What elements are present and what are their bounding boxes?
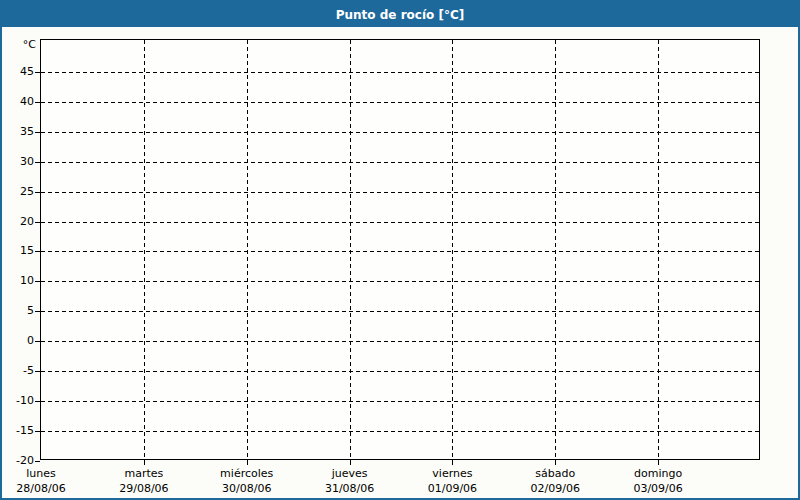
h-gridline [41, 132, 761, 133]
h-gridline [41, 401, 761, 402]
chart-title-bar: Punto de rocío [°C] [2, 2, 798, 27]
y-axis-tick-label: 40 [0, 96, 34, 108]
h-gridline [41, 251, 761, 252]
x-axis-date-label: 31/08/06 [325, 482, 374, 495]
h-gridline [41, 311, 761, 312]
y-tick-mark [35, 281, 40, 282]
x-tick-mark [658, 461, 659, 465]
y-axis-tick-label: -15 [0, 425, 34, 437]
y-axis-tick-label: 45 [0, 66, 34, 78]
chart-window: Punto de rocío [°C] °C 45403530252015105… [0, 0, 800, 500]
x-axis-date-label: 30/08/06 [222, 482, 271, 495]
x-axis-date-label: 01/09/06 [428, 482, 477, 495]
x-axis-date-label: 28/08/06 [16, 482, 65, 495]
y-axis-tick-label: -5 [0, 365, 34, 377]
h-gridline [41, 162, 761, 163]
y-tick-mark [35, 461, 40, 462]
x-tick-mark [247, 461, 248, 465]
y-tick-mark [35, 401, 40, 402]
y-axis-tick-label: 0 [0, 335, 34, 347]
x-axis-day-label: domingo [634, 467, 682, 480]
y-tick-mark [35, 192, 40, 193]
v-gridline [452, 40, 453, 461]
y-axis-tick-label: 30 [0, 156, 34, 168]
y-axis-tick-label: 10 [0, 275, 34, 287]
v-gridline [247, 40, 248, 461]
plot-area: 454035302520151050-5-10-15-20lunes28/08/… [40, 39, 760, 460]
x-tick-mark [555, 461, 556, 465]
x-axis-day-label: martes [124, 467, 163, 480]
x-axis-day-label: viernes [432, 467, 472, 480]
y-axis-tick-label: -10 [0, 395, 34, 407]
v-gridline [144, 40, 145, 461]
v-gridline [658, 40, 659, 461]
h-gridline [41, 72, 761, 73]
chart-title: Punto de rocío [°C] [336, 8, 465, 22]
h-gridline [41, 102, 761, 103]
y-tick-mark [35, 371, 40, 372]
x-axis-date-label: 02/09/06 [531, 482, 580, 495]
y-tick-mark [35, 132, 40, 133]
y-tick-mark [35, 311, 40, 312]
y-axis-tick-label: 20 [0, 216, 34, 228]
v-gridline [350, 40, 351, 461]
x-axis-date-label: 03/09/06 [633, 482, 682, 495]
y-tick-mark [35, 251, 40, 252]
y-tick-mark [35, 222, 40, 223]
v-gridline [555, 40, 556, 461]
x-axis-day-label: jueves [332, 467, 368, 480]
h-gridline [41, 371, 761, 372]
x-tick-mark [350, 461, 351, 465]
y-tick-mark [35, 431, 40, 432]
h-gridline [41, 222, 761, 223]
x-axis-day-label: sábado [535, 467, 575, 480]
x-tick-mark [452, 461, 453, 465]
x-axis-day-label: miércoles [220, 467, 273, 480]
y-axis-tick-label: 5 [0, 305, 34, 317]
y-axis-unit-label: °C [14, 38, 36, 51]
h-gridline [41, 192, 761, 193]
x-tick-mark [144, 461, 145, 465]
y-axis-tick-label: 35 [0, 126, 34, 138]
y-axis-tick-label: -20 [0, 455, 34, 467]
y-tick-mark [35, 102, 40, 103]
h-gridline [41, 281, 761, 282]
h-gridline [41, 341, 761, 342]
h-gridline [41, 431, 761, 432]
x-axis-date-label: 29/08/06 [119, 482, 168, 495]
y-tick-mark [35, 341, 40, 342]
y-tick-mark [35, 72, 40, 73]
y-axis-tick-label: 15 [0, 245, 34, 257]
x-axis-day-label: lunes [26, 467, 56, 480]
y-axis-tick-label: 25 [0, 186, 34, 198]
y-tick-mark [35, 162, 40, 163]
